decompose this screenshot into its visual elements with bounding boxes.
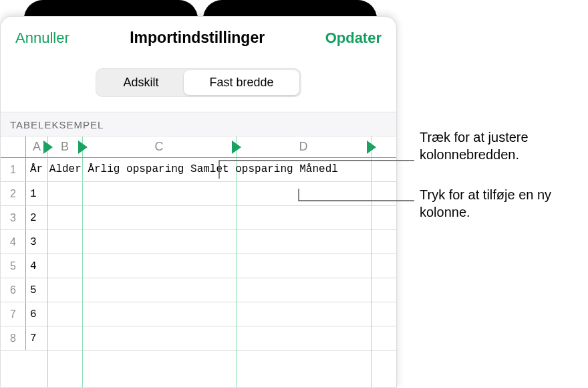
column-resize-handle-icon[interactable] bbox=[232, 140, 241, 154]
column-resize-handle-icon[interactable] bbox=[78, 140, 88, 154]
table-row[interactable]: 8 7 bbox=[1, 326, 396, 351]
callout-tap: Tryk for at tilføje en ny kolonne. bbox=[420, 186, 588, 221]
row-number: 5 bbox=[1, 254, 26, 278]
cell: 3 bbox=[26, 230, 37, 254]
row-number: 2 bbox=[1, 182, 26, 205]
cell: 1 bbox=[26, 182, 37, 205]
table-row[interactable]: 6 5 bbox=[1, 278, 396, 302]
table-row[interactable]: 5 4 bbox=[1, 254, 396, 278]
segmented-control[interactable]: Adskilt Fast bredde bbox=[96, 68, 301, 97]
callout-drag: Træk for at justere kolonnebredden. bbox=[420, 128, 588, 163]
column-letter: B bbox=[61, 140, 69, 154]
update-button[interactable]: Opdater bbox=[325, 29, 382, 47]
column-letter: D bbox=[299, 140, 308, 154]
row-number: 4 bbox=[1, 230, 26, 254]
cell: 2 bbox=[26, 206, 37, 229]
row-number-header bbox=[1, 136, 26, 157]
segmented-control-wrap: Adskilt Fast bredde bbox=[1, 58, 396, 112]
cell: 4 bbox=[26, 254, 37, 278]
segment-fixed-width[interactable]: Fast bredde bbox=[184, 70, 299, 95]
row-number: 6 bbox=[1, 278, 26, 302]
row-content: År Alder Årlig opsparing Samlet opsparin… bbox=[26, 158, 338, 175]
table-row[interactable]: 7 6 bbox=[1, 302, 396, 326]
table-row[interactable]: 3 2 bbox=[1, 206, 396, 230]
table-row[interactable]: 2 1 bbox=[1, 182, 396, 206]
row-number: 7 bbox=[1, 302, 26, 326]
row-number: 8 bbox=[1, 326, 26, 350]
column-letter: C bbox=[155, 140, 164, 154]
segment-delimited[interactable]: Adskilt bbox=[98, 70, 184, 95]
cancel-button[interactable]: Annuller bbox=[15, 29, 69, 47]
section-label: TABELEKSEMPEL bbox=[10, 119, 387, 130]
row-number: 1 bbox=[1, 158, 26, 181]
import-settings-panel: Annuller Importindstillinger Opdater Ads… bbox=[0, 16, 397, 388]
cell: 7 bbox=[26, 326, 37, 350]
row-number: 3 bbox=[1, 206, 26, 229]
table-preview[interactable]: A B C D 1 År Alder Årlig opsparing Samle… bbox=[1, 136, 396, 388]
column-header-d[interactable]: D bbox=[236, 136, 371, 157]
section-label-bar: TABELEKSEMPEL bbox=[1, 112, 396, 136]
cell: 5 bbox=[26, 278, 37, 302]
panel-header: Annuller Importindstillinger Opdater bbox=[1, 17, 396, 58]
callouts: Træk for at justere kolonnebredden. Tryk… bbox=[401, 0, 588, 388]
column-resize-handle-icon[interactable] bbox=[43, 140, 53, 154]
table-row[interactable]: 4 3 bbox=[1, 230, 396, 254]
table-row[interactable]: 1 År Alder Årlig opsparing Samlet opspar… bbox=[1, 158, 396, 182]
column-header-c[interactable]: C bbox=[82, 136, 236, 157]
column-resize-handle-icon[interactable] bbox=[367, 140, 376, 154]
column-letter: A bbox=[33, 140, 41, 154]
column-header-row: A B C D bbox=[1, 136, 396, 158]
cell: 6 bbox=[26, 302, 37, 326]
panel-title: Importindstillinger bbox=[130, 29, 265, 47]
column-header-a[interactable]: A bbox=[26, 136, 47, 157]
